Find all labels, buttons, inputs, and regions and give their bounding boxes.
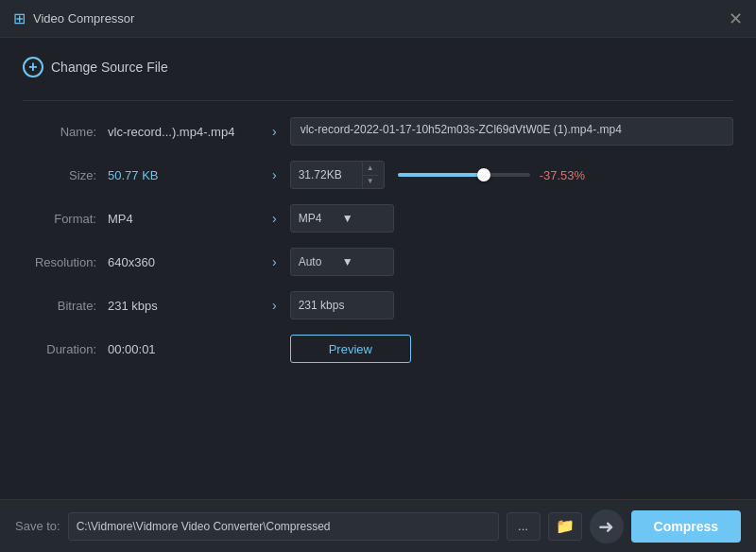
size-label: Size: (23, 168, 108, 182)
window-title: Video Compressor (33, 11, 134, 26)
bitrate-input[interactable] (290, 291, 394, 319)
slider-fill (398, 173, 484, 177)
name-value: vlc-record...).mp4-.mp4 (108, 125, 259, 139)
name-output-field: vlc-record-2022-01-17-10h52m03s-ZCl69dVt… (290, 117, 733, 146)
name-label: Name: (23, 125, 108, 139)
preview-button[interactable]: Preview (290, 335, 411, 363)
browse-dots-button[interactable]: ... (507, 512, 541, 541)
folder-icon: 📁 (556, 517, 575, 535)
bitrate-value: 231 kbps (108, 299, 259, 313)
format-select[interactable]: MP4 ▼ (290, 204, 394, 233)
format-label: Format: (23, 212, 108, 226)
change-source-button[interactable]: + Change Source File (23, 53, 168, 81)
save-path-input[interactable] (68, 512, 499, 541)
arrow-indicator: ➜ (590, 509, 624, 543)
compress-button[interactable]: Compress (631, 510, 741, 543)
size-arrow-icon: › (272, 167, 277, 182)
bitrate-control-area (290, 291, 733, 319)
resolution-label: Resolution: (23, 255, 108, 269)
size-up-button[interactable]: ▲ (363, 162, 378, 176)
resolution-dropdown-icon: ▼ (342, 255, 386, 268)
slider-track[interactable] (398, 173, 530, 177)
bottom-bar: Save to: ... 📁 ➜ Compress (0, 499, 756, 552)
resolution-control-area: Auto ▼ (290, 248, 733, 276)
format-select-value: MP4 (299, 212, 342, 225)
save-to-label: Save to: (15, 519, 60, 533)
bitrate-label: Bitrate: (23, 299, 108, 313)
name-row: Name: vlc-record...).mp4-.mp4 › vlc-reco… (23, 116, 733, 147)
format-control-area: MP4 ▼ (290, 204, 733, 233)
resolution-row: Resolution: 640x360 › Auto ▼ (23, 247, 733, 277)
size-slider-container[interactable]: -37.53% (398, 168, 593, 182)
divider (23, 100, 733, 101)
bitrate-arrow-icon: › (272, 298, 277, 313)
resolution-select-value: Auto (299, 255, 342, 268)
size-control-area: ▲ ▼ -37.53% (290, 161, 733, 189)
bitrate-row: Bitrate: 231 kbps › (23, 290, 733, 320)
size-input[interactable] (291, 168, 362, 181)
name-output-area: vlc-record-2022-01-17-10h52m03s-ZCl69dVt… (290, 117, 733, 146)
app-icon: ⊞ (13, 9, 26, 27)
arrow-right-icon: ➜ (598, 515, 614, 538)
format-value: MP4 (108, 212, 259, 226)
change-source-label: Change Source File (51, 60, 168, 75)
format-dropdown-icon: ▼ (342, 212, 386, 225)
close-button[interactable]: ✕ (729, 10, 743, 27)
size-row: Size: 50.77 KB › ▲ ▼ -37.53% (23, 160, 733, 190)
duration-row: Duration: 00:00:01 › Preview (23, 334, 733, 364)
size-spinners: ▲ ▼ (362, 162, 378, 188)
duration-control-area: Preview (290, 335, 733, 363)
size-input-wrap: ▲ ▼ (290, 161, 385, 189)
plus-circle-icon: + (23, 57, 43, 78)
title-bar: ⊞ Video Compressor ✕ (0, 0, 756, 38)
size-value: 50.77 KB (108, 168, 259, 182)
duration-label: Duration: (23, 342, 108, 356)
resolution-arrow-icon: › (272, 254, 277, 269)
slider-thumb[interactable] (477, 168, 490, 181)
format-row: Format: MP4 › MP4 ▼ (23, 203, 733, 233)
resolution-select[interactable]: Auto ▼ (290, 248, 394, 276)
title-bar-left: ⊞ Video Compressor (13, 9, 134, 27)
slider-percent: -37.53% (540, 168, 593, 182)
duration-value: 00:00:01 (108, 342, 259, 356)
size-down-button[interactable]: ▼ (363, 176, 378, 189)
name-arrow-icon: › (272, 124, 277, 139)
open-folder-button[interactable]: 📁 (548, 512, 582, 541)
main-content: + Change Source File Name: vlc-record...… (0, 38, 756, 364)
format-arrow-icon: › (272, 211, 277, 226)
resolution-value: 640x360 (108, 255, 259, 269)
